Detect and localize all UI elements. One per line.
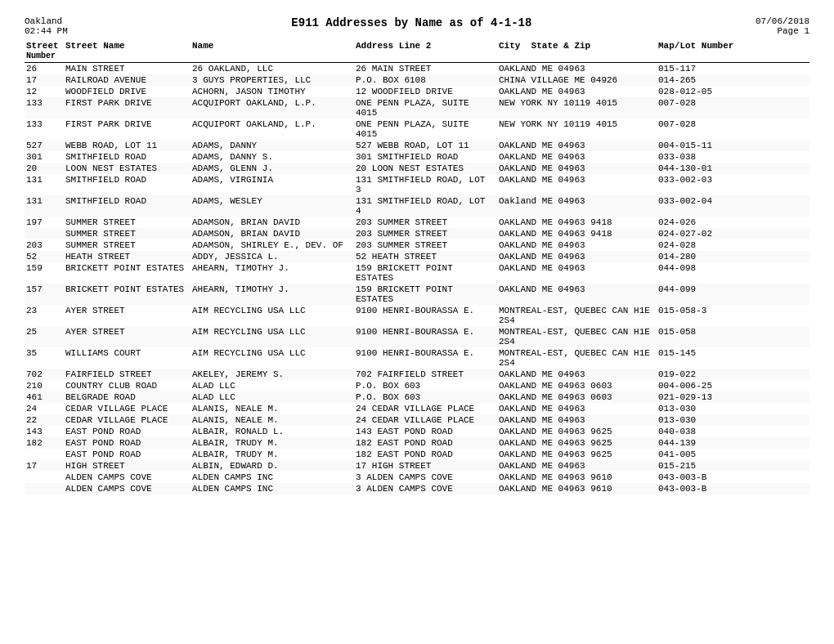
table-cell: ALAD LLC: [191, 392, 354, 402]
col-header-city: City State & Zip: [497, 41, 657, 60]
table-cell: 182: [25, 438, 64, 448]
table-cell: 041-005: [657, 449, 763, 459]
table-cell: 210: [25, 381, 64, 391]
table-row: 133FIRST PARK DRIVEACQUIPORT OAKLAND, L.…: [25, 97, 809, 119]
table-row: 203SUMMER STREETADAMSON, SHIRLEY E., DEV…: [25, 239, 809, 251]
table-cell: HEATH STREET: [64, 252, 191, 262]
table-cell: 015-215: [657, 461, 763, 471]
table-cell: SMITHFIELD ROAD: [64, 152, 191, 162]
table-cell: AHEARN, TIMOTHY J.: [191, 263, 354, 273]
table-cell: 015-117: [657, 64, 763, 74]
table-cell: NEW YORK NY 10119 4015: [497, 119, 657, 129]
table-cell: OAKLAND ME 04963 9418: [497, 217, 657, 227]
table-cell: OAKLAND ME 04963 9625: [497, 438, 657, 448]
table-cell: ALBAIR, TRUDY M.: [191, 449, 354, 459]
table-cell: RAILROAD AVENUE: [64, 75, 191, 85]
table-cell: BRICKETT POINT ESTATES: [64, 263, 191, 273]
table-row: 133FIRST PARK DRIVEACQUIPORT OAKLAND, L.…: [25, 119, 809, 140]
table-cell: 527: [25, 141, 64, 150]
table-cell: 024-028: [657, 240, 763, 250]
table-cell: 24 CEDAR VILLAGE PLACE: [354, 415, 497, 425]
table-cell: 024-026: [657, 217, 763, 227]
table-cell: 197: [25, 217, 64, 227]
table-cell: 131: [25, 175, 64, 185]
col-header-streetname: Street Name: [64, 41, 191, 60]
table-cell: ALBAIR, TRUDY M.: [191, 438, 354, 448]
table-cell: OAKLAND ME 04963: [497, 175, 657, 185]
table-cell: ALANIS, NEALE M.: [191, 415, 354, 425]
table-row: 17HIGH STREETALBIN, EDWARD D.17 HIGH STR…: [25, 460, 809, 472]
table-cell: AYER STREET: [64, 327, 191, 337]
table-cell: 019-022: [657, 369, 763, 379]
table-row: 702FAIRFIELD STREETAKELEY, JEREMY S.702 …: [25, 369, 809, 380]
table-row: 182EAST POND ROADALBAIR, TRUDY M.182 EAS…: [25, 437, 809, 449]
table-cell: OAKLAND ME 04963: [497, 152, 657, 162]
table-cell: AYER STREET: [64, 306, 191, 315]
table-cell: ADAMS, GLENN J.: [191, 163, 354, 173]
table-cell: 35: [25, 348, 64, 358]
table-cell: MONTREAL-EST, QUEBEC CAN H1E 2S4: [497, 306, 657, 325]
date-label: 07/06/2018: [756, 16, 809, 26]
table-cell: 3 GUYS PROPERTIES, LLC: [191, 75, 354, 85]
table-cell: ACHORN, JASON TIMOTHY: [191, 87, 354, 96]
table-cell: 301: [25, 152, 64, 162]
table-cell: 014-265: [657, 75, 763, 85]
table-cell: CHINA VILLAGE ME 04926: [497, 75, 657, 85]
table-cell: 22: [25, 415, 64, 425]
table-row: 527WEBB ROAD, LOT 11ADAMS, DANNY527 WEBB…: [25, 140, 809, 151]
table-row: EAST POND ROADALBAIR, TRUDY M.182 EAST P…: [25, 449, 809, 460]
table-cell: 461: [25, 392, 64, 402]
table-row: 210COUNTRY CLUB ROADALAD LLCP.O. BOX 603…: [25, 380, 809, 391]
table-cell: ADAMS, DANNY S.: [191, 152, 354, 162]
table-cell: 007-028: [657, 119, 763, 129]
table-row: 24CEDAR VILLAGE PLACEALANIS, NEALE M.24 …: [25, 403, 809, 414]
table-cell: 015-145: [657, 348, 763, 358]
table-cell: OAKLAND ME 04963: [497, 369, 657, 379]
table-cell: CEDAR VILLAGE PLACE: [64, 415, 191, 425]
table-row: 35WILLIAMS COURTAIM RECYCLING USA LLC910…: [25, 347, 809, 369]
table-cell: OAKLAND ME 04963 0603: [497, 381, 657, 391]
table-cell: 157: [25, 284, 64, 294]
table-cell: 033-002-04: [657, 196, 763, 206]
table-cell: SUMMER STREET: [64, 240, 191, 250]
table-cell: ALDEN CAMPS COVE: [64, 484, 191, 494]
table-cell: WEBB ROAD, LOT 11: [64, 141, 191, 150]
table-cell: OAKLAND ME 04963 9625: [497, 427, 657, 436]
table-cell: ALDEN CAMPS INC: [191, 472, 354, 482]
table-cell: AKELEY, JEREMY S.: [191, 369, 354, 379]
table-row: 52HEATH STREETADDY, JESSICA L.52 HEATH S…: [25, 251, 809, 262]
table-cell: 159 BRICKETT POINT ESTATES: [354, 263, 497, 283]
table-cell: ALBIN, EDWARD D.: [191, 461, 354, 471]
table-cell: 203 SUMMER STREET: [354, 217, 497, 227]
table-cell: MONTREAL-EST, QUEBEC CAN H1E 2S4: [497, 327, 657, 347]
table-cell: SMITHFIELD ROAD: [64, 175, 191, 185]
table-cell: NEW YORK NY 10119 4015: [497, 98, 657, 108]
table-cell: WILLIAMS COURT: [64, 348, 191, 358]
table-cell: 702 FAIRFIELD STREET: [354, 369, 497, 379]
table-cell: ALAD LLC: [191, 381, 354, 391]
table-row: 25AYER STREETAIM RECYCLING USA LLC9100 H…: [25, 326, 809, 347]
table-cell: 17: [25, 461, 64, 471]
table-cell: FAIRFIELD STREET: [64, 369, 191, 379]
table-cell: 014-280: [657, 252, 763, 262]
table-cell: OAKLAND ME 04963: [497, 404, 657, 414]
column-headers: Street Number Street Name Name Address L…: [25, 39, 809, 63]
table-cell: MONTREAL-EST, QUEBEC CAN H1E 2S4: [497, 348, 657, 368]
table-cell: 133: [25, 119, 64, 129]
table-cell: OAKLAND ME 04963: [497, 263, 657, 273]
col-header-mapnum: Map/Lot Number: [657, 41, 763, 60]
table-cell: HIGH STREET: [64, 461, 191, 471]
report-title: E911 Addresses by Name as of 4-1-18: [68, 16, 756, 36]
table-cell: ADDY, JESSICA L.: [191, 252, 354, 262]
table-cell: 52: [25, 252, 64, 262]
table-cell: 24: [25, 404, 64, 414]
table-cell: 143 EAST POND ROAD: [354, 427, 497, 436]
header-left: Oakland 02:44 PM: [25, 16, 68, 36]
table-cell: 159: [25, 263, 64, 273]
col-header-addr2: Address Line 2: [354, 41, 497, 60]
table-cell: 033-038: [657, 152, 763, 162]
table-cell: AIM RECYCLING USA LLC: [191, 348, 354, 358]
table-cell: ALDEN CAMPS INC: [191, 484, 354, 494]
table-row: 17RAILROAD AVENUE3 GUYS PROPERTIES, LLCP…: [25, 74, 809, 86]
table-cell: 24 CEDAR VILLAGE PLACE: [354, 404, 497, 414]
